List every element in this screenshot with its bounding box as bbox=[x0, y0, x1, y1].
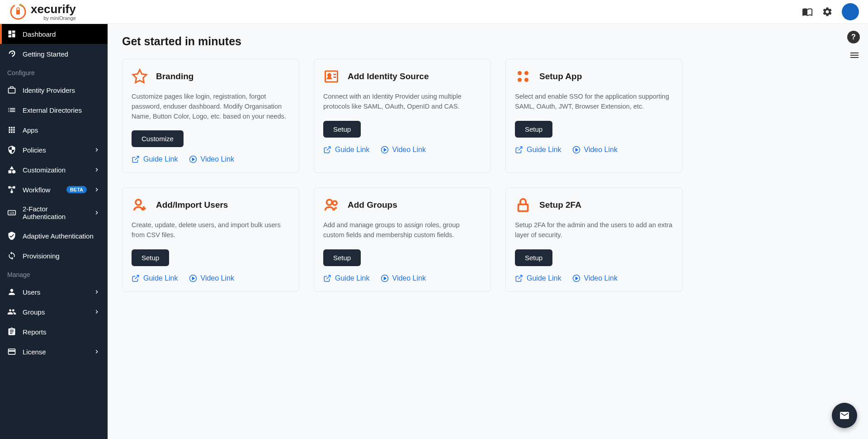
sidebar-item-label: 2-Factor Authentication bbox=[23, 205, 87, 220]
setup-button[interactable]: Setup bbox=[323, 249, 361, 266]
users-group-icon bbox=[323, 197, 340, 213]
user-add-icon bbox=[132, 197, 148, 213]
guide-link[interactable]: Guide Link bbox=[515, 146, 561, 154]
sidebar-item-policies[interactable]: Policies bbox=[0, 140, 108, 160]
svg-marker-40 bbox=[576, 277, 578, 280]
sidebar-item-license[interactable]: License bbox=[0, 342, 108, 362]
avatar[interactable] bbox=[842, 3, 859, 20]
card-import-users: Add/Import Users Create, update, delete … bbox=[122, 187, 299, 292]
guide-link[interactable]: Guide Link bbox=[323, 274, 370, 282]
sidebar-item-workflow[interactable]: Workflow BETA bbox=[0, 180, 108, 200]
sidebar-item-label: Users bbox=[23, 288, 87, 296]
setup-button[interactable]: Setup bbox=[515, 121, 552, 138]
svg-point-13 bbox=[328, 74, 331, 76]
guide-link-label: Guide Link bbox=[143, 274, 178, 282]
sidebar-item-provisioning[interactable]: Provisioning bbox=[0, 246, 108, 266]
video-link-label: Video Link bbox=[201, 274, 234, 282]
sidebar-item-getting-started[interactable]: Getting Started bbox=[0, 44, 108, 64]
chevron-right-icon bbox=[93, 288, 100, 296]
external-link-icon bbox=[515, 146, 523, 154]
video-link[interactable]: Video Link bbox=[572, 146, 618, 154]
svg-line-23 bbox=[519, 147, 522, 150]
sidebar-item-apps[interactable]: Apps bbox=[0, 120, 108, 140]
customize-button[interactable]: Customize bbox=[132, 130, 184, 147]
card-description: Create, update, delete users, and import… bbox=[132, 220, 290, 240]
sidebar-item-customization[interactable]: Customization bbox=[0, 160, 108, 180]
sidebar-item-dashboard[interactable]: Dashboard bbox=[0, 24, 108, 44]
external-link-icon bbox=[323, 146, 331, 154]
mail-fab[interactable] bbox=[832, 403, 857, 428]
sidebar-item-adaptive-auth[interactable]: Adaptive Authentication bbox=[0, 226, 108, 246]
apps-icon bbox=[7, 125, 16, 134]
svg-rect-3 bbox=[9, 186, 11, 189]
video-link[interactable]: Video Link bbox=[381, 146, 426, 154]
menu-icon bbox=[849, 50, 860, 61]
guide-link[interactable]: Guide Link bbox=[515, 274, 561, 282]
svg-point-2 bbox=[12, 170, 16, 174]
rocket-icon bbox=[7, 49, 16, 58]
guide-link[interactable]: Guide Link bbox=[132, 155, 178, 163]
play-circle-icon bbox=[572, 146, 580, 154]
video-link-label: Video Link bbox=[584, 146, 618, 154]
guide-link-label: Guide Link bbox=[527, 274, 561, 282]
setup-button[interactable]: Setup bbox=[132, 249, 169, 266]
video-link[interactable]: Video Link bbox=[572, 274, 618, 282]
sidebar-item-label: Identity Providers bbox=[23, 86, 100, 94]
sidebar-item-groups[interactable]: Groups bbox=[0, 302, 108, 322]
sidebar-item-label: Adaptive Authentication bbox=[23, 232, 100, 240]
beta-badge: BETA bbox=[66, 186, 87, 193]
setup-button[interactable]: Setup bbox=[323, 121, 361, 138]
svg-rect-4 bbox=[13, 186, 15, 189]
play-circle-icon bbox=[189, 274, 197, 282]
sidebar-item-label: External Directories bbox=[23, 106, 100, 114]
guide-link[interactable]: Guide Link bbox=[323, 146, 370, 154]
external-link-icon bbox=[323, 274, 331, 282]
card-description: Connect with an Identity Provider using … bbox=[323, 92, 481, 112]
guide-link[interactable]: Guide Link bbox=[132, 274, 178, 282]
settings-icon[interactable] bbox=[822, 6, 833, 17]
card-title: Setup App bbox=[539, 72, 582, 81]
video-link[interactable]: Video Link bbox=[189, 274, 234, 282]
help-button[interactable]: ? bbox=[847, 31, 860, 43]
svg-marker-18 bbox=[384, 148, 386, 151]
reports-icon bbox=[7, 327, 16, 336]
svg-text:123: 123 bbox=[9, 211, 14, 215]
chevron-right-icon bbox=[93, 348, 100, 355]
policies-icon bbox=[7, 145, 16, 154]
sidebar-item-label: Groups bbox=[23, 308, 87, 316]
sidebar-item-external-directories[interactable]: External Directories bbox=[0, 100, 108, 120]
logo-name: xecurify bbox=[31, 3, 76, 15]
setup-button[interactable]: Setup bbox=[515, 249, 552, 266]
svg-point-21 bbox=[518, 78, 522, 82]
sidebar-item-label: Customization bbox=[23, 166, 87, 174]
sidebar-item-reports[interactable]: Reports bbox=[0, 322, 108, 342]
card-header: Branding bbox=[132, 68, 290, 85]
svg-line-29 bbox=[135, 276, 139, 279]
card-title: Add Groups bbox=[348, 200, 397, 210]
header: xecurify by miniOrange bbox=[0, 0, 868, 24]
svg-point-22 bbox=[524, 78, 528, 82]
sidebar-item-2fa[interactable]: 123 2-Factor Authentication bbox=[0, 200, 108, 226]
apps-grid-icon bbox=[515, 68, 531, 85]
sidebar-item-users[interactable]: Users bbox=[0, 282, 108, 302]
book-icon[interactable] bbox=[802, 6, 813, 17]
video-link[interactable]: Video Link bbox=[381, 274, 426, 282]
sidebar-item-identity-providers[interactable]: Identity Providers bbox=[0, 80, 108, 100]
main-content: Get started in minutes Branding Customiz… bbox=[108, 24, 868, 439]
page-title: Get started in minutes bbox=[122, 35, 854, 48]
shield-check-icon bbox=[7, 231, 16, 240]
menu-toggle-button[interactable] bbox=[849, 50, 860, 62]
card-links: Guide Link Video Link bbox=[515, 274, 673, 282]
video-link-label: Video Link bbox=[392, 146, 426, 154]
chevron-right-icon bbox=[93, 186, 100, 193]
sidebar-item-label: Provisioning bbox=[23, 252, 100, 260]
logo[interactable]: xecurify by miniOrange bbox=[9, 3, 76, 21]
svg-point-33 bbox=[333, 201, 337, 205]
card-title: Add/Import Users bbox=[156, 200, 228, 210]
dashboard-icon bbox=[7, 29, 16, 38]
svg-marker-36 bbox=[384, 277, 386, 280]
video-link[interactable]: Video Link bbox=[189, 155, 234, 163]
svg-line-38 bbox=[519, 276, 522, 279]
svg-rect-1 bbox=[16, 10, 20, 14]
sync-icon bbox=[7, 251, 16, 260]
